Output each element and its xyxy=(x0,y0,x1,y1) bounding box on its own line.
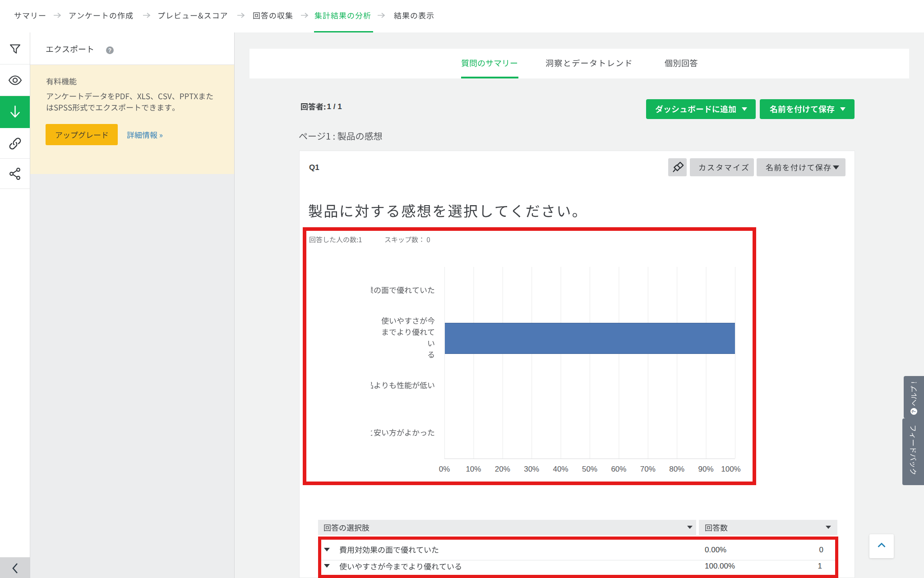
svg-text:?: ? xyxy=(108,47,111,54)
svg-text:?: ? xyxy=(911,410,916,413)
